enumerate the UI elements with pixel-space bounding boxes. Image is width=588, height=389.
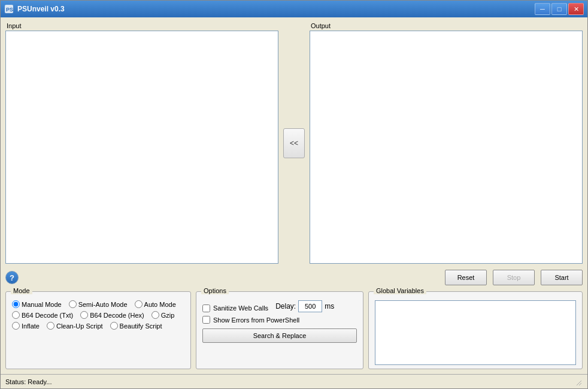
- sanitize-label[interactable]: Sanitize Web Calls: [213, 304, 268, 312]
- semiauto-mode-radio[interactable]: [69, 300, 77, 308]
- showerrors-checkbox[interactable]: [202, 316, 210, 324]
- showerrors-row: Show Errors from PowerShell: [202, 316, 357, 324]
- global-variables-textarea[interactable]: [375, 300, 576, 365]
- delay-input[interactable]: [298, 300, 322, 312]
- maximize-button[interactable]: □: [551, 3, 567, 15]
- global-variables-panel: Global Variables: [368, 291, 583, 369]
- output-label: Output: [310, 22, 583, 29]
- cleanup-text: Clean-Up Script: [56, 322, 103, 330]
- global-variables-title: Global Variables: [374, 287, 426, 294]
- b64hex-label[interactable]: B64 Decode (Hex): [80, 311, 144, 319]
- b64txt-label[interactable]: B64 Decode (Txt): [12, 311, 73, 319]
- help-button[interactable]: ?: [5, 271, 19, 284]
- manual-mode-label[interactable]: Manual Mode: [12, 300, 62, 308]
- sanitize-checkbox-row: Sanitize Web Calls: [202, 304, 268, 312]
- cleanup-label[interactable]: Clean-Up Script: [47, 322, 103, 330]
- start-button[interactable]: Start: [541, 270, 583, 285]
- svg-line-3: [579, 383, 581, 385]
- manual-mode-radio[interactable]: [12, 300, 20, 308]
- center-controls: <<: [278, 22, 310, 264]
- delay-label: Delay:: [275, 302, 296, 310]
- title-bar: PS PSUnveil v0.3 ─ □ ✕: [1, 1, 587, 17]
- mode-row-1: Manual Mode Semi-Auto Mode Auto Mode: [12, 300, 184, 308]
- gzip-text: Gzip: [161, 312, 175, 319]
- beautify-text: Beautify Script: [120, 322, 162, 330]
- svg-text:PS: PS: [6, 7, 13, 13]
- status-bar: Status: Ready...: [1, 374, 587, 388]
- minimize-button[interactable]: ─: [535, 3, 550, 15]
- beautify-label[interactable]: Beautify Script: [110, 322, 162, 330]
- stop-button[interactable]: Stop: [493, 270, 535, 285]
- reset-button[interactable]: Reset: [445, 270, 487, 285]
- status-text: Status: Ready...: [5, 378, 573, 385]
- bottom-buttons-row: ? Reset Stop Start: [5, 267, 583, 288]
- mode-panel-title: Mode: [11, 287, 32, 294]
- app-icon: PS: [4, 4, 14, 14]
- main-window: PS PSUnveil v0.3 ─ □ ✕ Input << Output: [0, 0, 588, 389]
- b64hex-text: B64 Decode (Hex): [90, 312, 144, 319]
- options-panel: Options Sanitize Web Calls Delay: ms: [196, 291, 363, 369]
- b64txt-text: B64 Decode (Txt): [22, 312, 73, 319]
- semiauto-mode-label[interactable]: Semi-Auto Mode: [69, 300, 128, 308]
- close-button[interactable]: ✕: [568, 3, 584, 15]
- mode-radio-group: Manual Mode Semi-Auto Mode Auto Mode: [12, 300, 184, 330]
- b64txt-radio[interactable]: [12, 311, 20, 319]
- mode-row-2: B64 Decode (Txt) B64 Decode (Hex) Gzip: [12, 311, 184, 319]
- ms-label: ms: [325, 302, 334, 310]
- input-label: Input: [5, 22, 278, 29]
- auto-mode-radio[interactable]: [135, 300, 143, 308]
- text-panels-row: Input << Output: [5, 22, 583, 264]
- copy-to-input-button[interactable]: <<: [283, 128, 305, 158]
- auto-mode-text: Auto Mode: [144, 301, 176, 308]
- sanitize-row: Sanitize Web Calls Delay: ms: [202, 300, 357, 312]
- gzip-label[interactable]: Gzip: [151, 311, 175, 319]
- b64hex-radio[interactable]: [80, 311, 88, 319]
- cleanup-radio[interactable]: [47, 322, 54, 330]
- options-inner: Sanitize Web Calls Delay: ms Show Errors…: [202, 300, 357, 343]
- window-title: PSUnveil v0.3: [17, 5, 535, 13]
- output-textarea[interactable]: [310, 31, 583, 264]
- gzip-radio[interactable]: [151, 311, 159, 319]
- window-controls: ─ □ ✕: [535, 3, 584, 15]
- inflate-radio[interactable]: [12, 322, 20, 330]
- showerrors-label[interactable]: Show Errors from PowerShell: [213, 316, 299, 324]
- beautify-radio[interactable]: [110, 322, 118, 330]
- resize-grip[interactable]: [573, 377, 583, 387]
- sanitize-checkbox[interactable]: [202, 304, 210, 312]
- content-area: Input << Output ? Reset Stop Start Mode: [1, 17, 587, 374]
- output-panel-group: Output: [310, 22, 583, 264]
- auto-mode-label[interactable]: Auto Mode: [135, 300, 176, 308]
- manual-mode-text: Manual Mode: [22, 301, 62, 308]
- semiauto-mode-text: Semi-Auto Mode: [78, 301, 128, 308]
- mode-panel: Mode Manual Mode Semi-Auto Mode: [5, 291, 191, 369]
- input-textarea[interactable]: [5, 31, 278, 264]
- inflate-label[interactable]: Inflate: [12, 322, 40, 330]
- bottom-section: Mode Manual Mode Semi-Auto Mode: [5, 291, 583, 369]
- inflate-text: Inflate: [22, 322, 40, 330]
- svg-line-2: [577, 381, 581, 385]
- input-panel-group: Input: [5, 22, 278, 264]
- options-panel-title: Options: [201, 287, 229, 294]
- search-replace-button[interactable]: Search & Replace: [202, 328, 357, 343]
- mode-row-3: Inflate Clean-Up Script Beautify Script: [12, 322, 184, 330]
